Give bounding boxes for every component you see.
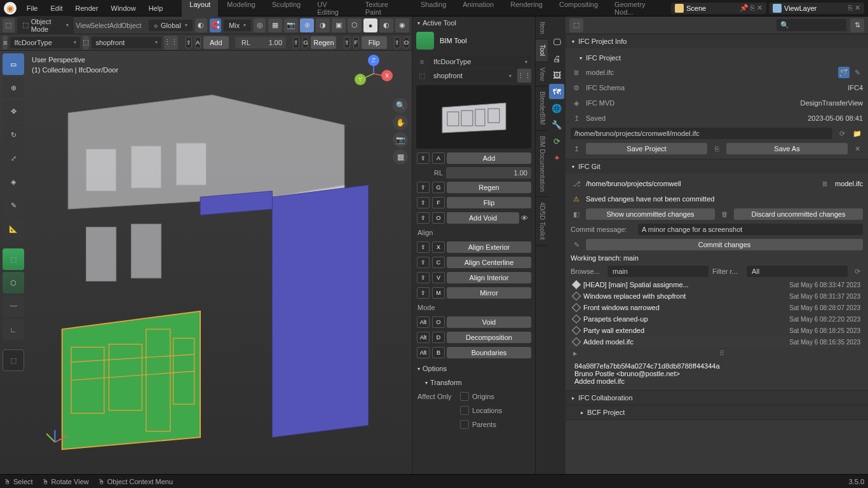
wand-icon[interactable]: 🪄: [838, 67, 850, 78]
commit-row[interactable]: [HEAD] [main] Spatial assignme... Sat Ma…: [571, 279, 863, 290]
vtab-view[interactable]: View: [536, 62, 548, 87]
persp-icon[interactable]: ▦: [393, 149, 408, 165]
props-search[interactable]: 🔍: [776, 19, 846, 31]
snap-toggle[interactable]: 🧲: [210, 18, 222, 32]
menu-object[interactable]: Object: [125, 18, 139, 32]
menu-add[interactable]: Add: [109, 18, 122, 32]
discard-changes-btn[interactable]: Discard uncommitted changes: [734, 208, 863, 220]
show-changes-btn[interactable]: Show uncommitted changes: [586, 208, 715, 220]
transform-header[interactable]: Transform: [416, 376, 531, 389]
commit-row[interactable]: Added model.ifc Sat May 6 08:16:35 2023: [571, 336, 863, 348]
vtab-blenderbim[interactable]: BlenderBIM: [536, 86, 548, 130]
vtab-item[interactable]: Item: [536, 17, 548, 39]
tab-uv[interactable]: UV Editing: [309, 0, 356, 18]
bcf-project-header[interactable]: BCF Project: [566, 405, 868, 419]
tab-compositing[interactable]: Compositing: [552, 0, 606, 18]
close-icon[interactable]: ✕: [851, 143, 863, 154]
add-button[interactable]: Add: [203, 36, 229, 49]
menu-view[interactable]: View: [76, 18, 90, 32]
prop-edit-icon[interactable]: ◎: [254, 18, 266, 32]
eye-icon[interactable]: 👁: [521, 214, 531, 222]
ifc-project-sub[interactable]: IFC Project: [571, 51, 863, 65]
tool-move[interactable]: ✥: [3, 100, 24, 122]
picon-view[interactable]: 🖼: [549, 67, 564, 83]
ifc-git-header[interactable]: IFC Git: [566, 159, 868, 173]
sp-flip[interactable]: Flip: [447, 197, 531, 208]
menu-file[interactable]: File: [20, 4, 44, 12]
check-parents[interactable]: [460, 420, 469, 429]
vtab-bimdoc[interactable]: BIM Documentation: [536, 131, 548, 198]
picon-render[interactable]: 🖵: [549, 34, 564, 50]
check-origins[interactable]: [460, 392, 469, 401]
tool-select[interactable]: ▭: [3, 53, 24, 75]
commit-row[interactable]: Windows replaced with shopfront Sat May …: [571, 290, 863, 302]
browse-dd[interactable]: main: [607, 266, 709, 277]
camera-icon[interactable]: 📷: [393, 132, 408, 147]
viewlayer-selector[interactable]: ViewLayer⎘ ✕: [769, 3, 864, 14]
picon-scene[interactable]: 🗺: [549, 84, 564, 99]
tool-bim[interactable]: ⬚: [3, 248, 24, 270]
menu-edit[interactable]: Edit: [44, 4, 69, 12]
tool-bim2[interactable]: ⬡: [3, 272, 24, 294]
check-locations[interactable]: [460, 406, 469, 415]
sp-rl-value[interactable]: 1.00: [446, 167, 531, 179]
grid-icon[interactable]: ⋮⋮: [164, 36, 178, 50]
tool-cursor[interactable]: ⊕: [3, 77, 24, 98]
sp-decomp[interactable]: Decomposition: [447, 332, 531, 343]
ifc-collab-header[interactable]: IFC Collaboration: [566, 391, 868, 405]
overlay-toggle[interactable]: ◑: [316, 18, 330, 32]
flip-button[interactable]: Flip: [362, 36, 387, 49]
picon-world[interactable]: 🌐: [549, 100, 564, 116]
snap-mode[interactable]: Mix: [224, 20, 251, 31]
blender-logo[interactable]: ◉: [4, 2, 17, 15]
active-tool-header[interactable]: Active Tool: [412, 17, 535, 29]
edit-icon[interactable]: ✎: [851, 67, 863, 78]
picon-output[interactable]: 🖨: [549, 51, 564, 66]
tool-scale[interactable]: ⤢: [3, 147, 24, 169]
sp-bounds[interactable]: Boundaries: [447, 347, 531, 358]
menu-select[interactable]: Select: [93, 18, 107, 32]
refresh-icon[interactable]: ⟳: [851, 266, 863, 277]
filter-dd[interactable]: All: [747, 266, 848, 277]
picon-modifier[interactable]: ⟳: [549, 133, 564, 149]
tool-rotate[interactable]: ↻: [3, 124, 24, 146]
tool-transform[interactable]: ◈: [3, 171, 24, 193]
sp-void[interactable]: Void: [447, 316, 531, 328]
zoom-icon[interactable]: 🔍: [393, 98, 408, 113]
tab-sculpting[interactable]: Sculpting: [264, 0, 308, 18]
sp-align-int[interactable]: Align Interior: [447, 272, 531, 283]
tab-shading[interactable]: Shading: [413, 0, 454, 18]
regen-button[interactable]: Regen: [311, 36, 336, 49]
scene-selector[interactable]: Scene📌 ⎘ ✕: [671, 3, 766, 14]
commit-btn[interactable]: Commit changes: [586, 239, 863, 250]
folder-icon[interactable]: 📁: [851, 128, 863, 139]
editor-type-icon[interactable]: ⬚: [3, 18, 15, 32]
path-input[interactable]: /home/bruno/projects/cromwell/model.ifc: [571, 128, 832, 139]
sp-add[interactable]: Add: [447, 152, 531, 164]
3d-viewport[interactable]: ▭ ⊕ ✥ ↻ ⤢ ◈ ✎ 📐 ⬚ ⬡ 〰 ∟ ⬚ User Perspecti…: [0, 51, 412, 474]
type-icon[interactable]: ≡: [3, 36, 8, 50]
vtab-4d5d[interactable]: 4D/5D Toolkit: [536, 197, 548, 245]
sp-align-ctr[interactable]: Align Centerline: [447, 257, 531, 268]
tool-addcube[interactable]: ⬚: [3, 349, 24, 371]
vtab-tool[interactable]: Tool: [536, 39, 548, 62]
sp-type-dd[interactable]: IfcDoorType: [430, 56, 531, 67]
mode-dropdown[interactable]: ⬚ Object Mode: [17, 16, 74, 35]
options-header[interactable]: Options: [412, 362, 535, 375]
shading-preview-icon[interactable]: ◐: [379, 18, 393, 32]
shading-wire-icon[interactable]: ⬡: [348, 18, 362, 32]
tool-measure[interactable]: 📐: [3, 218, 24, 240]
tab-texpaint[interactable]: Texture Paint: [358, 0, 412, 18]
tool-angle[interactable]: ∟: [3, 319, 24, 341]
commit-row[interactable]: Parapets cleaned-up Sat May 6 08:22:20 2…: [571, 313, 863, 325]
pivot-icon[interactable]: ◐: [195, 18, 207, 32]
shading-render-icon[interactable]: ◉: [395, 18, 409, 32]
save-as-btn[interactable]: Save As: [726, 143, 848, 154]
tab-rendering[interactable]: Rendering: [503, 0, 550, 18]
menu-window[interactable]: Window: [105, 4, 142, 12]
instance-icon[interactable]: ⬚: [83, 36, 89, 50]
xray-icon[interactable]: ▣: [332, 18, 346, 32]
pan-icon[interactable]: ✋: [393, 115, 408, 130]
tab-modeling[interactable]: Modeling: [219, 0, 263, 18]
tool-curve[interactable]: 〰: [3, 295, 24, 317]
